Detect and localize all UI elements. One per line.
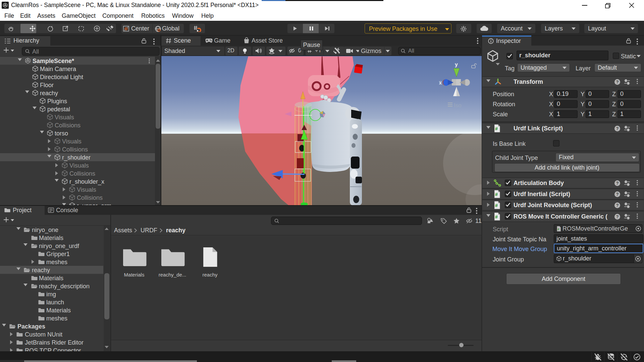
svg-text:Iso: Iso: [454, 102, 462, 109]
svg-text:#: #: [557, 227, 559, 231]
svg-text:x̅: x̅: [439, 80, 442, 85]
svg-text:y: y: [455, 62, 458, 67]
svg-text:#: #: [495, 214, 498, 220]
svg-text:#: #: [495, 126, 498, 131]
svg-text:#: #: [495, 203, 498, 208]
svg-text:#: #: [495, 192, 498, 197]
